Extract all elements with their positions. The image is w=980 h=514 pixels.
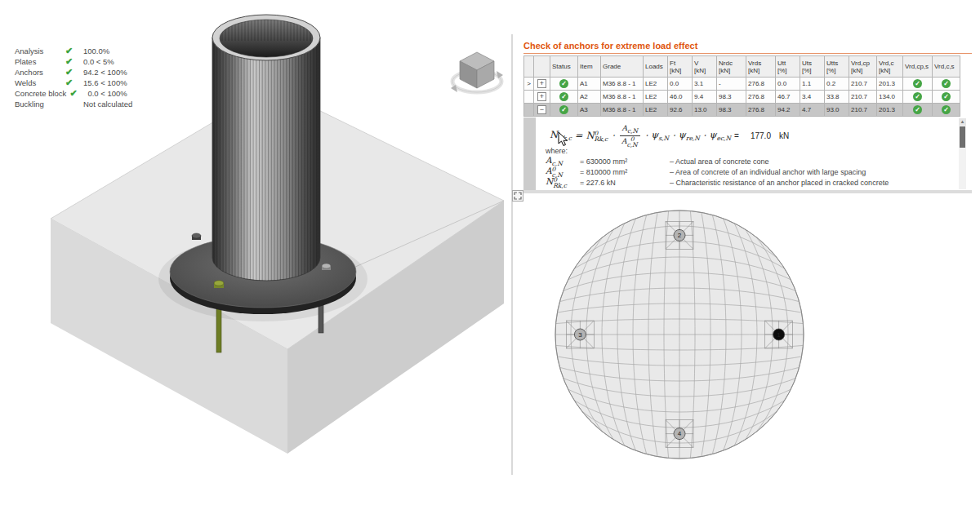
column-header: Status xyxy=(550,56,578,78)
anchor-node[interactable]: 1 xyxy=(773,329,785,340)
status-ok-icon: ✓ xyxy=(913,105,922,114)
expand-panel-button[interactable] xyxy=(512,190,523,202)
formula-term: ψs,N xyxy=(651,129,669,142)
summary-label: Buckling xyxy=(15,100,65,109)
value-cell: 46.0 xyxy=(668,91,693,104)
column-header: Item xyxy=(578,56,601,78)
where-field: = 630000 mm² xyxy=(580,157,670,166)
summary-label: Anchors xyxy=(15,68,65,77)
anchor-node[interactable]: 2 xyxy=(674,229,685,241)
column-header: Loads xyxy=(644,56,668,78)
expander-cell[interactable]: + xyxy=(534,78,550,91)
summary-label: Welds xyxy=(15,78,65,87)
check-section-title: Check of anchors for extreme load effect xyxy=(523,41,972,54)
formula-term: ψre,N xyxy=(679,129,700,142)
row-cursor: > xyxy=(524,78,534,91)
column-header: Ft[kN] xyxy=(668,56,693,78)
value-cell: 1.1 xyxy=(800,78,825,91)
detail-scrollbar[interactable]: ▲ xyxy=(959,118,966,189)
check-result-cell: ✓ xyxy=(903,78,933,91)
check-result-cell: ✓ xyxy=(903,104,933,117)
value-cell: 3.4 xyxy=(800,91,825,104)
svg-text:1: 1 xyxy=(777,331,781,339)
row-cursor xyxy=(524,104,534,117)
status-cell: ✓ xyxy=(550,78,578,91)
column-header: Grade xyxy=(601,56,644,78)
summary-value: 94.2 < 100% xyxy=(83,68,127,77)
anchor-row[interactable]: >+✓A1M36 8.8 - 1LE20.03.1-276.80.01.10.2… xyxy=(524,78,960,91)
check-result-cell: ✓ xyxy=(933,78,960,91)
column-cylinder xyxy=(212,15,320,281)
svg-text:3: 3 xyxy=(578,331,582,339)
row-expander-button[interactable]: − xyxy=(537,105,546,114)
view-cube-gizmo[interactable] xyxy=(451,52,503,92)
panel-divider[interactable] xyxy=(511,34,513,475)
value-cell: 201.3 xyxy=(877,78,903,91)
value-cell: 210.7 xyxy=(849,78,877,91)
mesh-view[interactable]: 2314 xyxy=(523,196,972,512)
scroll-up-icon[interactable]: ▲ xyxy=(959,118,966,126)
anchor-node[interactable]: 4 xyxy=(674,428,685,440)
status-ok-icon: ✓ xyxy=(913,92,922,101)
anchor-nut-green xyxy=(214,281,224,288)
summary-value: 0.0 < 5% xyxy=(83,57,114,66)
value-cell: 13.0 xyxy=(693,104,717,117)
value-cell: 98.3 xyxy=(717,91,746,104)
value-cell: 9.4 xyxy=(693,91,717,104)
check-result-cell: ✓ xyxy=(933,104,960,117)
3d-viewport[interactable]: Analysis✔100.0%Plates✔0.0 < 5%Anchors✔94… xyxy=(0,0,512,514)
anchor-row[interactable]: −✓A3M36 8.8 - 1LE292.613.098.3276.894.24… xyxy=(524,104,960,117)
anchor-row[interactable]: +✓A2M36 8.8 - 1LE246.09.498.3276.846.73.… xyxy=(524,91,960,104)
value-cell: A2 xyxy=(578,91,601,104)
fraction: Ac,NA0c,N xyxy=(620,124,640,148)
value-cell: M36 8.8 - 1 xyxy=(601,104,644,117)
status-cell: ✓ xyxy=(550,91,578,104)
formula-term: = xyxy=(734,131,739,140)
formula-term: · xyxy=(612,130,615,141)
value-cell: M36 8.8 - 1 xyxy=(601,91,644,104)
summary-value: 15.6 < 100% xyxy=(83,78,127,87)
where-definitions: Ac,N= 630000 mm²– Actual area of concret… xyxy=(546,156,958,188)
value-cell: 276.8 xyxy=(746,78,776,91)
value-cell: 276.8 xyxy=(746,104,776,117)
formula-term: Ac,N xyxy=(621,124,638,132)
expander-cell[interactable]: + xyxy=(534,91,550,104)
value-cell: 93.0 xyxy=(825,104,849,117)
value-cell: A3 xyxy=(578,104,601,117)
formula-term: Ac,N xyxy=(546,155,563,165)
column-header: Vrd,c,s xyxy=(933,56,960,78)
value-cell: A1 xyxy=(578,78,601,91)
check-result-cell: ✓ xyxy=(933,91,960,104)
row-cursor xyxy=(524,91,534,104)
expander-cell[interactable]: − xyxy=(534,104,550,117)
status-ok-icon: ✓ xyxy=(559,92,568,101)
anchor-node[interactable]: 3 xyxy=(574,329,586,340)
summary-row: Analysis✔100.0% xyxy=(15,46,170,56)
column-header: Vrds[kN] xyxy=(746,56,776,78)
row-expander-button[interactable]: + xyxy=(537,79,546,88)
row-expander-button[interactable]: + xyxy=(537,92,546,101)
formula-term: = xyxy=(575,130,583,141)
anchor-nut xyxy=(192,233,201,240)
where-field: – Actual area of concrete cone xyxy=(670,157,958,166)
summary-label: Plates xyxy=(15,57,65,66)
summary-row: Welds✔15.6 < 100% xyxy=(15,78,170,88)
expand-arrows-icon xyxy=(514,192,522,200)
where-field: N0Rk,c xyxy=(546,176,580,188)
formula-term: N0Rk,c xyxy=(546,176,568,186)
scrollbar-thumb[interactable] xyxy=(960,126,965,148)
value-cell: 210.7 xyxy=(849,91,877,104)
column-header: V[kN] xyxy=(693,56,717,78)
check-detail-panel: NRk,c=N0Rk,c·Ac,NA0c,N·ψs,N·ψre,N·ψec,N=… xyxy=(523,117,972,190)
summary-value: 0.0 < 100% xyxy=(87,89,127,98)
column-header: Uts[%] xyxy=(800,56,825,78)
value-cell: 98.3 xyxy=(717,104,746,117)
detail-gutter xyxy=(523,117,536,190)
summary-row: Concrete block✔0.0 < 100% xyxy=(15,88,170,99)
column-header xyxy=(524,56,534,78)
where-field: = 227.6 kN xyxy=(580,179,670,187)
status-ok-icon: ✓ xyxy=(942,79,951,88)
horizontal-splitter[interactable] xyxy=(523,190,972,193)
svg-text:4: 4 xyxy=(678,430,682,437)
formula-term: · xyxy=(703,130,706,141)
